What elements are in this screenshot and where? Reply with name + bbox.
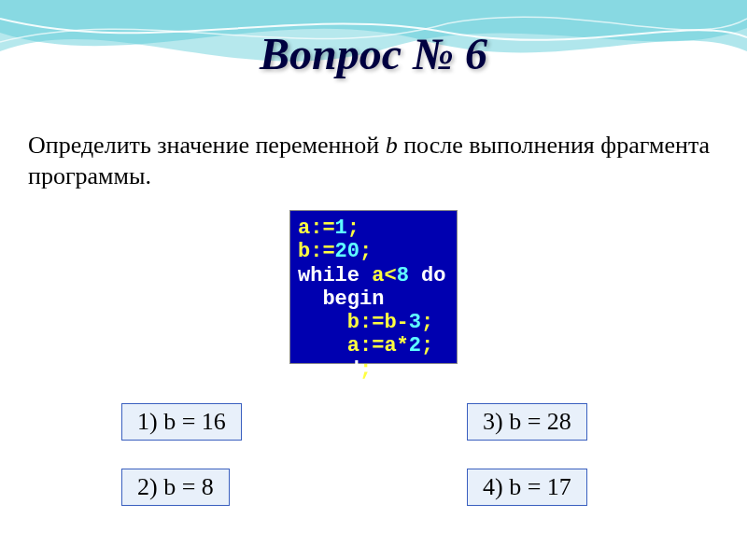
answer-option-1[interactable]: 1) b = 16	[121, 403, 242, 441]
answers-area: 1) b = 16 2) b = 8 3) b = 28 4) b = 17	[0, 392, 747, 541]
code-token: ;	[347, 217, 359, 240]
code-token: 20	[335, 240, 359, 263]
code-token: a<	[372, 264, 396, 287]
code-token: 1	[335, 217, 347, 240]
answer-option-3[interactable]: 3) b = 28	[467, 403, 587, 441]
code-token: do	[409, 264, 446, 287]
code-token: 8	[397, 264, 409, 287]
code-token: ;	[359, 358, 372, 382]
question-variable: b	[386, 132, 398, 159]
question-prefix: Определить значение переменной	[28, 132, 386, 159]
code-token: a:=	[298, 217, 335, 240]
code-token: 2	[409, 334, 421, 357]
code-token: ;	[421, 334, 433, 357]
code-token: while	[298, 264, 372, 287]
code-token: 3	[409, 311, 421, 334]
code-token: end	[298, 358, 359, 382]
code-token: a:=a*	[298, 334, 409, 357]
code-token: b:=b-	[298, 311, 409, 334]
code-token: ;	[421, 311, 433, 334]
question-heading: Вопрос № 6	[0, 28, 747, 79]
code-fragment: a:=1; b:=20; while a<8 do begin b:=b-3; …	[289, 210, 458, 364]
question-text: Определить значение переменной b после в…	[28, 131, 719, 191]
code-token: b:=	[298, 240, 335, 263]
answer-option-4[interactable]: 4) b = 17	[467, 469, 587, 506]
code-token: begin	[298, 287, 384, 311]
code-token: ;	[359, 240, 372, 263]
answer-option-2[interactable]: 2) b = 8	[121, 469, 230, 506]
